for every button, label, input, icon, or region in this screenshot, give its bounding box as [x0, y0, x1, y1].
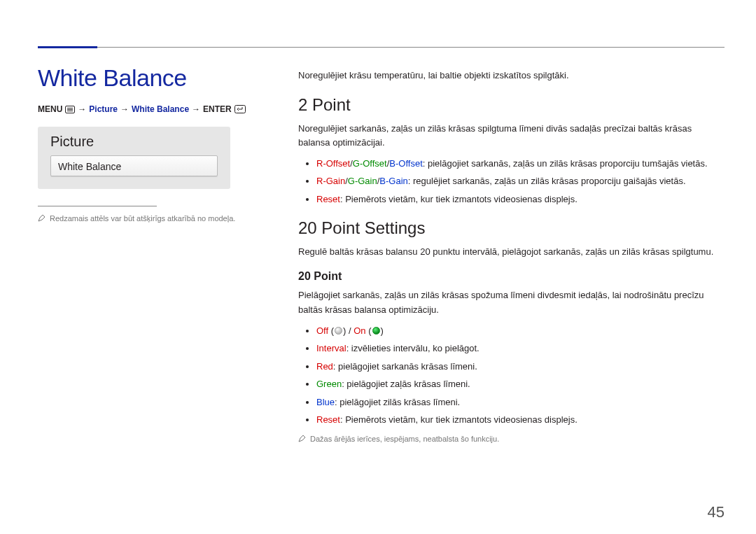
label-reset: Reset	[316, 194, 340, 204]
two-point-heading: 2 Point	[298, 95, 724, 115]
top-rule-accent	[38, 46, 97, 48]
short-rule	[38, 206, 157, 206]
enter-icon	[234, 105, 246, 113]
red-desc: : pielāgojiet sarkanās krāsas līmeni.	[333, 361, 477, 372]
list-item: Reset: Piemērots vietām, kur tiek izmant…	[316, 192, 724, 206]
left-note-text: Redzamais attēls var būt atšķirīgs atkar…	[50, 213, 235, 224]
intro-text: Noregulējiet krāsu temperatūru, lai balt…	[298, 69, 724, 83]
twenty-point-body: Regulē baltās krāsas balansu 20 punktu i…	[298, 245, 724, 259]
label-reset-20: Reset	[316, 414, 340, 425]
breadcrumb-sep: →	[78, 104, 86, 114]
label-g-gain: G-Gain	[348, 176, 377, 186]
blue-desc: : pielāgojiet zilās krāsas līmeni.	[335, 397, 460, 407]
list-item: Green: pielāgojiet zaļās krāsas līmeni.	[316, 377, 724, 391]
breadcrumb-sep: →	[120, 104, 129, 114]
swatch-off-icon	[335, 327, 342, 335]
picture-panel: Picture White Balance	[38, 127, 230, 189]
reset-desc: : Piemērots vietām, kur tiek izmantots v…	[340, 194, 578, 204]
label-b-gain: B-Gain	[379, 176, 407, 186]
list-item: R-Gain/G-Gain/B-Gain: regulējiet sarkanā…	[316, 174, 724, 188]
white-balance-item[interactable]: White Balance	[50, 155, 218, 176]
list-item: Interval: izvēlieties intervālu, ko piel…	[316, 342, 724, 356]
page-title: White Balance	[38, 64, 269, 92]
label-red: Red	[316, 361, 333, 372]
gain-desc: : regulējiet sarkanās, zaļās un zilās kr…	[408, 176, 686, 186]
picture-panel-title: Picture	[50, 134, 218, 150]
right-column: Noregulējiet krāsu temperatūru, lai balt…	[298, 64, 724, 513]
left-note: Redzamais attēls var būt atšķirīgs atkar…	[38, 213, 269, 224]
page-content: White Balance MENU → Picture → White Bal…	[38, 64, 724, 513]
two-point-list: R-Offset/G-Offset/B-Offset: pielāgojiet …	[298, 157, 724, 206]
twenty-point-note: Dažas ārējās ierīces, iespējams, neatbal…	[298, 434, 724, 444]
two-point-body: Noregulējiet sarkanās, zaļās un zilās kr…	[298, 122, 724, 150]
twenty-point-note-text: Dažas ārējās ierīces, iespējams, neatbal…	[310, 434, 499, 444]
breadcrumb: MENU → Picture → White Balance → ENTER	[38, 104, 269, 114]
pen-icon	[298, 434, 306, 442]
breadcrumb-sep: →	[192, 104, 200, 114]
label-r-offset: R-Offset	[316, 158, 350, 169]
label-on: On	[354, 325, 365, 336]
reset-20-desc: : Piemērots vietām, kur tiek izmantots v…	[340, 414, 578, 425]
list-item: Off () / On ()	[316, 324, 724, 338]
label-green: Green	[316, 379, 342, 389]
green-desc: : pielāgojiet zaļās krāsas līmeni.	[342, 379, 470, 389]
label-interval: Interval	[316, 343, 346, 353]
interval-desc: : izvēlieties intervālu, ko pielāgot.	[346, 343, 479, 353]
swatch-on-icon	[372, 327, 380, 335]
pen-icon	[38, 213, 46, 222]
twenty-point-subheading: 20 Point	[298, 270, 724, 283]
breadcrumb-enter: ENTER	[203, 104, 232, 114]
top-rule	[38, 47, 724, 48]
twenty-point-subbody: Pielāgojiet sarkanās, zaļās un zilās krā…	[298, 288, 724, 316]
offset-desc: : pielāgojiet sarkanās, zaļās un zilās k…	[423, 158, 708, 169]
label-off: Off	[316, 325, 328, 336]
label-blue: Blue	[316, 397, 335, 407]
twenty-point-heading: 20 Point Settings	[298, 218, 724, 238]
menu-icon	[65, 106, 75, 113]
breadcrumb-white-balance: White Balance	[132, 104, 189, 114]
list-item: Blue: pielāgojiet zilās krāsas līmeni.	[316, 395, 724, 409]
twenty-point-list: Off () / On () Interval: izvēlieties int…	[298, 324, 724, 427]
label-r-gain: R-Gain	[316, 176, 345, 186]
list-item: Red: pielāgojiet sarkanās krāsas līmeni.	[316, 360, 724, 374]
label-g-offset: G-Offset	[353, 158, 387, 169]
list-item: Reset: Piemērots vietām, kur tiek izmant…	[316, 413, 724, 427]
page-number: 45	[708, 503, 724, 521]
breadcrumb-menu: MENU	[38, 104, 62, 114]
list-item: R-Offset/G-Offset/B-Offset: pielāgojiet …	[316, 157, 724, 171]
label-b-offset: B-Offset	[389, 158, 422, 169]
breadcrumb-picture: Picture	[89, 104, 118, 114]
left-column: White Balance MENU → Picture → White Bal…	[38, 64, 269, 513]
